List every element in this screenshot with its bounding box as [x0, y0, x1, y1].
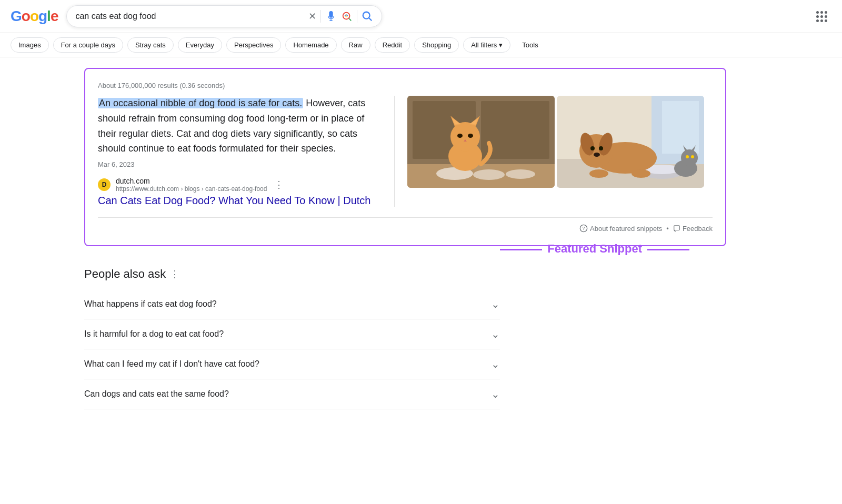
paa-question-1: Is it harmful for a dog to eat cat food? — [84, 329, 224, 339]
filter-homemade[interactable]: Homemade — [285, 37, 336, 53]
svg-point-37 — [589, 169, 608, 178]
filter-everyday[interactable]: Everyday — [178, 37, 222, 53]
about-snippets-label: About featured snippets — [590, 225, 662, 233]
snippet-vertical-divider — [394, 96, 395, 207]
source-favicon: D — [98, 178, 111, 191]
source-row: D dutch.com https://www.dutch.com › blog… — [98, 177, 382, 193]
chevron-icon-1: ⌄ — [491, 328, 500, 340]
search-button[interactable] — [362, 11, 373, 22]
voice-button[interactable] — [325, 11, 337, 22]
header: Google ✕ — [0, 0, 842, 33]
svg-rect-47 — [674, 226, 680, 230]
svg-point-22 — [468, 134, 473, 138]
mic-icon — [325, 11, 337, 22]
snippet-highlight: An occasional nibble of dog food is safe… — [98, 98, 303, 108]
filter-images[interactable]: Images — [11, 37, 49, 53]
google-logo: Google — [11, 8, 58, 25]
feedback-icon — [673, 225, 680, 232]
filter-raw[interactable]: Raw — [341, 37, 370, 53]
apps-grid-icon — [816, 11, 827, 22]
lens-button[interactable] — [341, 11, 353, 22]
svg-point-5 — [363, 12, 370, 19]
svg-point-34 — [590, 146, 595, 150]
snippet-main-text: An occasional nibble of dog food is safe… — [98, 96, 382, 156]
logo-o1: o — [22, 8, 30, 24]
search-input[interactable] — [75, 12, 304, 21]
lens-icon — [341, 11, 353, 22]
paa-question-2: What can I feed my cat if I don't have c… — [84, 359, 259, 369]
svg-line-4 — [349, 18, 352, 21]
paa-item-3[interactable]: Can dogs and cats eat the same food? ⌄ — [84, 379, 500, 409]
paa-question-0: What happens if cats eat dog food? — [84, 299, 217, 309]
people-ask-header: People also ask ⋮ — [84, 267, 726, 281]
filter-couple-days[interactable]: For a couple days — [53, 37, 123, 53]
search-divider2 — [357, 10, 357, 23]
main-content: About 176,000,000 results (0.36 seconds)… — [0, 57, 737, 420]
result-link[interactable]: Can Cats Eat Dog Food? What You Need To … — [98, 195, 382, 207]
source-url: https://www.dutch.com › blogs › can-cats… — [116, 185, 267, 193]
logo-g2: g — [38, 8, 47, 24]
people-ask-more-button[interactable]: ⋮ — [170, 268, 179, 280]
svg-point-16 — [450, 122, 480, 152]
apps-button[interactable] — [812, 7, 831, 26]
filter-perspectives[interactable]: Perspectives — [226, 37, 281, 53]
search-divider — [320, 10, 321, 23]
chevron-icon-2: ⌄ — [491, 358, 500, 370]
people-ask-title: People also ask — [84, 267, 166, 281]
paa-item-1[interactable]: Is it harmful for a dog to eat cat food?… — [84, 319, 500, 349]
search-icon — [362, 11, 373, 22]
snippet-content: An occasional nibble of dog food is safe… — [98, 96, 713, 207]
tools-button[interactable]: Tools — [515, 38, 545, 52]
snippet-images-col — [407, 96, 713, 188]
dot-separator: • — [666, 225, 669, 233]
featured-snippet-wrapper: About 176,000,000 results (0.36 seconds)… — [84, 68, 726, 246]
logo-g: G — [11, 8, 22, 24]
snippet-footer: ? About featured snippets • Feedback — [98, 217, 713, 233]
filter-bar: Images For a couple days Stray cats Ever… — [0, 33, 842, 57]
snippet-text-col: An occasional nibble of dog food is safe… — [98, 96, 382, 207]
question-circle-icon: ? — [579, 224, 588, 233]
chevron-icon-0: ⌄ — [491, 298, 500, 310]
chevron-down-icon: ▾ — [499, 41, 503, 49]
result-count: About 176,000,000 results (0.36 seconds) — [98, 82, 713, 89]
svg-point-40 — [681, 149, 698, 166]
svg-point-13 — [473, 169, 505, 180]
paa-item-0[interactable]: What happens if cats eat dog food? ⌄ — [84, 289, 500, 319]
logo-o2: o — [30, 8, 38, 24]
featured-snippet-label: Featured Snippet — [495, 242, 695, 256]
source-name: dutch.com — [116, 177, 267, 185]
svg-point-35 — [599, 146, 603, 150]
svg-point-43 — [686, 155, 689, 158]
feedback-label: Feedback — [683, 225, 713, 233]
clear-button[interactable]: ✕ — [308, 11, 316, 22]
source-more-button[interactable]: ⋮ — [274, 179, 284, 190]
filter-stray-cats[interactable]: Stray cats — [127, 37, 174, 53]
all-filters-button[interactable]: All filters ▾ — [463, 37, 510, 53]
svg-point-14 — [506, 169, 535, 179]
dog-cat-image — [557, 96, 704, 188]
paa-item-2[interactable]: What can I feed my cat if I don't have c… — [84, 349, 500, 379]
about-snippets-button[interactable]: ? About featured snippets — [579, 224, 662, 233]
filter-reddit[interactable]: Reddit — [375, 37, 410, 53]
snippet-date: Mar 6, 2023 — [98, 160, 382, 168]
people-also-ask-section: People also ask ⋮ What happens if cats e… — [84, 267, 726, 409]
logo-e: e — [51, 8, 58, 24]
svg-rect-27 — [662, 101, 699, 154]
svg-point-38 — [632, 169, 650, 178]
chevron-icon-3: ⌄ — [491, 388, 500, 400]
svg-point-44 — [691, 155, 694, 158]
cat-image — [407, 96, 555, 188]
svg-text:?: ? — [583, 226, 585, 231]
paa-question-3: Can dogs and cats eat the same food? — [84, 389, 229, 399]
svg-line-6 — [369, 18, 372, 21]
logo-l: l — [47, 8, 51, 24]
search-bar: ✕ — [66, 5, 382, 27]
feedback-button[interactable]: Feedback — [673, 225, 713, 233]
svg-point-21 — [457, 134, 463, 138]
filter-shopping[interactable]: Shopping — [414, 37, 459, 53]
svg-point-36 — [594, 153, 600, 157]
source-info: dutch.com https://www.dutch.com › blogs … — [116, 177, 267, 193]
featured-snippet-box: About 176,000,000 results (0.36 seconds)… — [84, 68, 726, 246]
all-filters-label: All filters — [471, 41, 497, 49]
